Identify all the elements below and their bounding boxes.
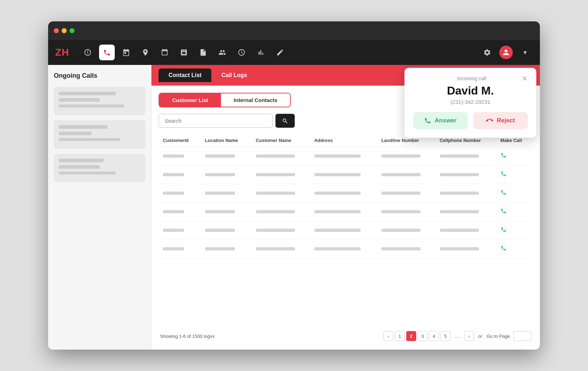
close-button[interactable] xyxy=(54,28,59,33)
table-row[interactable] xyxy=(159,203,533,221)
make-call-button[interactable] xyxy=(500,245,507,253)
answer-label: Answer xyxy=(435,117,457,124)
table-row[interactable] xyxy=(159,221,533,240)
table-row[interactable] xyxy=(159,147,533,166)
cell-skeleton xyxy=(163,154,184,158)
tab-contact-list[interactable]: Contact List xyxy=(159,68,211,82)
col-customer-name: Customer Name xyxy=(252,134,310,147)
make-call-button[interactable] xyxy=(500,190,507,197)
cell-skeleton xyxy=(314,210,361,213)
page-1-button[interactable]: 1 xyxy=(395,331,405,341)
content-area: Contact List Call Logs Customer List Int… xyxy=(151,65,540,350)
cell-skeleton xyxy=(314,247,361,250)
table-row[interactable] xyxy=(159,166,533,184)
cell-skeleton xyxy=(256,229,295,232)
cell-skeleton xyxy=(381,247,421,250)
location-nav-icon[interactable] xyxy=(138,45,153,60)
showing-text: Showing 1-6 of 1500 logvv xyxy=(160,334,215,339)
skeleton-line xyxy=(59,125,108,129)
skeleton-line xyxy=(59,165,100,169)
sub-tab-internal-contacts[interactable]: Internal Contacts xyxy=(221,93,290,107)
pagination-controls: ‹ 1 2 3 4 5 ...... › or Go to Page xyxy=(383,331,531,341)
phone-nav-icon[interactable] xyxy=(99,45,115,60)
skeleton-line xyxy=(59,98,100,102)
people-nav-icon[interactable] xyxy=(215,45,230,60)
calendar-check-icon[interactable] xyxy=(118,45,134,60)
speedometer-icon[interactable] xyxy=(80,45,96,60)
skeleton-line xyxy=(59,159,104,162)
cell-skeleton xyxy=(205,210,235,213)
minimize-button[interactable] xyxy=(62,28,67,33)
popup-close-button[interactable]: ✕ xyxy=(522,75,528,82)
cell-skeleton xyxy=(440,210,479,213)
pagination-bar: Showing 1-6 of 1500 logvv ‹ 1 2 3 4 5 ..… xyxy=(159,326,533,342)
calculator-nav-icon[interactable] xyxy=(176,45,192,60)
page-3-button[interactable]: 3 xyxy=(418,331,428,341)
cell-skeleton xyxy=(314,192,361,195)
reject-button[interactable]: Reject xyxy=(473,112,528,129)
table-row[interactable] xyxy=(159,184,533,203)
cell-skeleton xyxy=(256,247,295,250)
cell-skeleton xyxy=(163,210,184,213)
sidebar: Ongoing Calls xyxy=(48,65,151,350)
chart-nav-icon[interactable] xyxy=(253,45,269,60)
sub-tab-bar: Customer List Internal Contacts xyxy=(159,93,291,107)
ongoing-card-2[interactable] xyxy=(54,120,145,149)
cell-skeleton xyxy=(256,192,295,195)
ongoing-card-1[interactable] xyxy=(54,87,145,115)
page-5-button[interactable]: 5 xyxy=(440,331,450,341)
skeleton-line xyxy=(59,138,120,141)
traffic-lights xyxy=(54,28,74,33)
cell-skeleton xyxy=(440,229,479,232)
cell-skeleton xyxy=(381,154,421,158)
calendar-nav-icon[interactable] xyxy=(157,45,172,60)
page-2-button[interactable]: 2 xyxy=(406,331,416,341)
make-call-button[interactable] xyxy=(500,208,507,215)
table-row[interactable] xyxy=(159,240,533,258)
cell-skeleton xyxy=(205,173,235,176)
ongoing-card-3[interactable] xyxy=(54,154,145,182)
maximize-button[interactable] xyxy=(69,28,74,33)
prev-page-button[interactable]: ‹ xyxy=(383,331,393,341)
cell-skeleton xyxy=(205,192,235,195)
page-dots: ...... xyxy=(452,334,463,339)
cell-skeleton xyxy=(381,192,421,195)
app-logo: ZH xyxy=(55,47,69,58)
skeleton-line xyxy=(59,92,116,95)
reject-label: Reject xyxy=(497,117,515,124)
sub-tab-customer-list[interactable]: Customer List xyxy=(159,93,221,107)
cell-skeleton xyxy=(314,229,361,232)
search-button[interactable] xyxy=(275,114,295,128)
cell-skeleton xyxy=(381,229,421,232)
popup-header: Incoming call ✕ xyxy=(413,75,528,82)
tab-call-logs[interactable]: Call Logs xyxy=(211,68,257,82)
cell-skeleton xyxy=(314,173,361,176)
cell-skeleton xyxy=(205,229,235,232)
cell-skeleton xyxy=(163,229,184,232)
customer-table: CustomerId Location Name Customer Name A… xyxy=(159,134,533,326)
col-location-name: Location Name xyxy=(201,134,252,147)
cell-skeleton xyxy=(314,154,361,158)
next-page-button[interactable]: › xyxy=(464,331,474,341)
document-nav-icon[interactable] xyxy=(195,45,211,60)
page-4-button[interactable]: 4 xyxy=(429,331,439,341)
skeleton-line xyxy=(59,105,124,107)
dropdown-icon[interactable]: ▾ xyxy=(517,45,533,60)
cell-skeleton xyxy=(163,247,184,250)
app-window: ZH xyxy=(48,21,540,350)
clock-nav-icon[interactable] xyxy=(234,45,249,60)
edit-doc-nav-icon[interactable] xyxy=(272,45,288,60)
skeleton-line xyxy=(59,172,116,174)
make-call-button[interactable] xyxy=(500,171,507,178)
make-call-button[interactable] xyxy=(500,153,507,160)
avatar[interactable] xyxy=(499,46,513,59)
go-to-page-input[interactable] xyxy=(514,331,531,341)
search-input[interactable] xyxy=(159,114,273,128)
cell-skeleton xyxy=(440,154,479,158)
make-call-button[interactable] xyxy=(500,227,507,234)
cell-skeleton xyxy=(256,154,295,158)
go-to-page-label: Go to Page xyxy=(486,334,510,339)
settings-icon[interactable] xyxy=(479,45,495,60)
answer-button[interactable]: Answer xyxy=(413,112,468,129)
col-address: Address xyxy=(310,134,377,147)
